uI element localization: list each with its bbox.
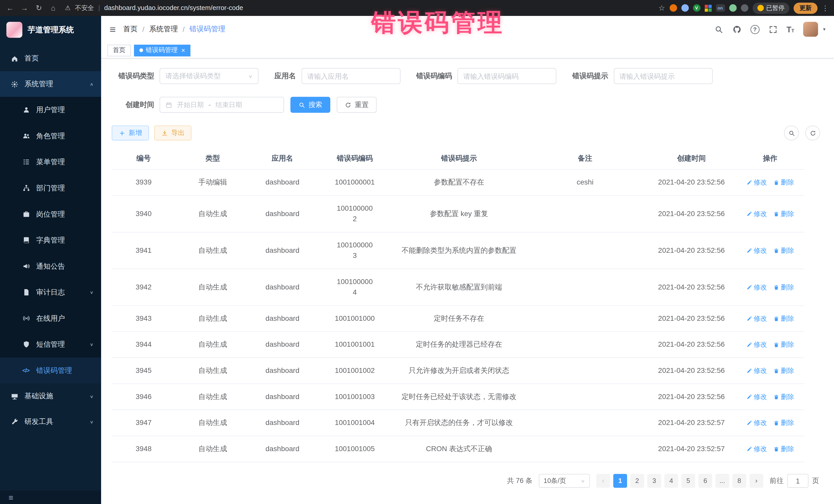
tags-view: 首页错误码管理× — [101, 43, 834, 59]
delete-link[interactable]: 删除 — [773, 209, 794, 219]
error-hint-input[interactable] — [614, 68, 712, 84]
chevron-down-icon[interactable]: ▾ — [823, 27, 825, 32]
sidebar-item-dicts[interactable]: 字典管理 — [0, 227, 101, 253]
search-button[interactable]: 搜索 — [290, 97, 330, 113]
profile-chip[interactable]: 已暂停 — [752, 2, 789, 14]
github-icon[interactable] — [732, 25, 741, 34]
page-size-select[interactable]: 10条/页 ∨ — [539, 474, 590, 488]
error-type-select[interactable]: 请选择错误码类型 ∨ — [160, 68, 259, 84]
create-time-range-picker[interactable]: 开始日期 - 结束日期 — [160, 97, 284, 113]
row-type: 自动生成 — [176, 201, 250, 226]
extension-icon[interactable] — [669, 4, 677, 12]
main-content: ≡ 首页/系统管理/错误码管理 ? TT ▾ 首页错误码管理× 错误码类 — [101, 16, 834, 504]
delete-link[interactable]: 删除 — [773, 177, 794, 188]
page-button-3[interactable]: 3 — [647, 474, 661, 488]
delete-link[interactable]: 删除 — [773, 245, 794, 256]
extension-icon[interactable]: V — [693, 4, 700, 12]
back-icon[interactable]: ← — [5, 4, 15, 12]
edit-link[interactable]: 修改 — [746, 282, 767, 292]
more-pages-button[interactable]: ... — [716, 474, 729, 488]
browser-menu-icon[interactable]: ⋮ — [822, 4, 829, 12]
update-button[interactable]: 更新 — [793, 2, 817, 14]
toggle-search-button[interactable] — [784, 126, 799, 140]
help-icon[interactable]: ? — [750, 25, 759, 34]
edit-link[interactable]: 修改 — [746, 418, 767, 428]
edit-link[interactable]: 修改 — [746, 245, 767, 256]
error-code-input[interactable] — [458, 68, 556, 84]
edit-link[interactable]: 修改 — [746, 177, 767, 188]
sidebar-item-depts[interactable]: 部门管理 — [0, 175, 101, 201]
delete-link[interactable]: 删除 — [773, 444, 794, 454]
edit-icon — [746, 316, 752, 322]
user-avatar[interactable] — [804, 22, 818, 37]
breadcrumb-item[interactable]: 首页 — [123, 24, 137, 34]
extension-on-icon[interactable]: on — [716, 4, 725, 12]
extension-grid-icon[interactable] — [704, 5, 711, 12]
sidebar-item-home[interactable]: 首页 — [0, 46, 101, 71]
home-icon[interactable]: ⌂ — [48, 4, 58, 12]
next-page-button[interactable]: › — [749, 474, 763, 488]
sidebar-item-users[interactable]: 用户管理 — [0, 97, 101, 123]
sidebar-item-audit-logs[interactable]: 审计日志∨ — [0, 279, 101, 305]
collapse-sidebar-button[interactable]: ≡ — [0, 490, 101, 504]
close-icon[interactable]: × — [181, 46, 185, 54]
row-remark — [524, 311, 647, 326]
delete-link[interactable]: 删除 — [773, 339, 794, 350]
tab-1[interactable]: 错误码管理× — [134, 44, 191, 56]
reset-button[interactable]: 重置 — [337, 97, 376, 113]
delete-link[interactable]: 删除 — [773, 418, 794, 428]
add-button[interactable]: 新增 — [112, 126, 149, 140]
delete-link[interactable]: 删除 — [773, 313, 794, 324]
row-actions: 修改删除 — [736, 332, 804, 357]
search-icon[interactable] — [714, 25, 723, 34]
sidebar-item-error-codes[interactable]: </>错误码管理 — [0, 357, 101, 384]
page-button-4[interactable]: 4 — [664, 474, 678, 488]
app-logo[interactable]: 芋道管理系统 — [0, 16, 101, 44]
edit-link[interactable]: 修改 — [746, 444, 767, 454]
font-size-icon[interactable]: TT — [787, 25, 794, 34]
forward-icon[interactable]: → — [20, 4, 29, 12]
edit-link[interactable]: 修改 — [746, 392, 767, 402]
sidebar-item-dev-tools[interactable]: 研发工具∨ — [0, 409, 101, 435]
breadcrumb-item[interactable]: 错误码管理 — [190, 24, 225, 34]
bookmark-star-icon[interactable]: ☆ — [658, 4, 665, 12]
extension-icon[interactable] — [729, 4, 737, 12]
page-button-5[interactable]: 5 — [681, 474, 695, 488]
edit-link[interactable]: 修改 — [746, 366, 767, 376]
reload-icon[interactable]: ↻ — [34, 4, 44, 12]
sidebar-item-notices[interactable]: 通知公告 — [0, 253, 101, 280]
prev-page-button[interactable]: ‹ — [596, 474, 610, 488]
page-button-1[interactable]: 1 — [613, 474, 627, 488]
address-bar[interactable]: ⚠ 不安全 | dashboard.yudao.iocoder.cn/syste… — [65, 3, 654, 12]
sidebar-item-infra[interactable]: 基础设施∨ — [0, 384, 101, 409]
refresh-table-button[interactable] — [805, 126, 820, 140]
sidebar-item-system[interactable]: 系统管理∧ — [0, 71, 101, 97]
edit-link[interactable]: 修改 — [746, 209, 767, 219]
edit-link[interactable]: 修改 — [746, 339, 767, 350]
page-button-8[interactable]: 8 — [732, 474, 746, 488]
page-button-6[interactable]: 6 — [698, 474, 712, 488]
sidebar: 芋道管理系统 首页系统管理∧用户管理角色管理菜单管理部门管理岗位管理字典管理通知… — [0, 16, 101, 504]
sidebar-item-roles[interactable]: 角色管理 — [0, 123, 101, 149]
page-button-2[interactable]: 2 — [630, 474, 644, 488]
tab-0[interactable]: 首页 — [108, 44, 131, 56]
edit-link[interactable]: 修改 — [746, 313, 767, 324]
extension-icon[interactable] — [681, 4, 688, 12]
fold-sidebar-icon[interactable]: ≡ — [110, 23, 116, 36]
plus-icon — [118, 130, 126, 136]
export-button[interactable]: 导出 — [154, 126, 192, 140]
goto-page-input[interactable] — [787, 474, 809, 488]
breadcrumb-item[interactable]: 系统管理 — [149, 24, 178, 34]
delete-link[interactable]: 删除 — [773, 392, 794, 402]
sidebar-item-sms[interactable]: 短信管理∨ — [0, 331, 101, 357]
sidebar-item-online-users[interactable]: 在线用户 — [0, 305, 101, 332]
delete-link[interactable]: 删除 — [773, 282, 794, 292]
sidebar-item-posts[interactable]: 岗位管理 — [0, 201, 101, 227]
sidebar-item-menus[interactable]: 菜单管理 — [0, 149, 101, 175]
fullscreen-icon[interactable] — [769, 25, 777, 34]
extension-pin-icon[interactable] — [741, 4, 748, 12]
row-actions: 修改删除 — [736, 306, 804, 331]
delete-link[interactable]: 删除 — [773, 366, 794, 376]
app-name-input[interactable] — [301, 68, 400, 84]
table-row: 3948自动生成dashboard1001001005CRON 表达式不正确20… — [112, 436, 804, 462]
